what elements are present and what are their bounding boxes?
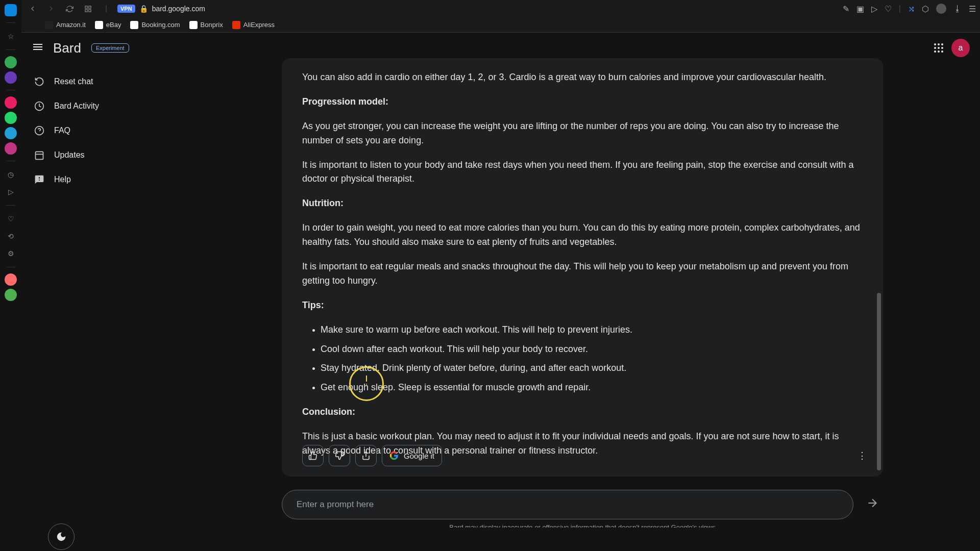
- camera-icon[interactable]: ▣: [856, 4, 864, 14]
- nav-activity[interactable]: Bard Activity: [21, 94, 180, 118]
- edit-icon[interactable]: ✎: [843, 4, 849, 14]
- svg-rect-2: [85, 9, 87, 11]
- reset-icon: [34, 77, 45, 87]
- rail-app-5[interactable]: [5, 112, 17, 124]
- cast-icon[interactable]: ▷: [871, 4, 877, 14]
- nav-label: Reset chat: [54, 77, 93, 86]
- reload-button[interactable]: [62, 2, 77, 16]
- svg-rect-1: [88, 6, 90, 8]
- nav-label: Updates: [54, 151, 85, 160]
- side-nav: Reset chat Bard Activity FAQ Updates Hel…: [21, 63, 180, 198]
- rail-play-icon[interactable]: ▷: [4, 185, 18, 199]
- help-icon: [34, 174, 45, 185]
- rail-app-1[interactable]: [5, 4, 17, 16]
- bookmark-booking[interactable]: Booking.com: [130, 21, 180, 29]
- nav-reset-chat[interactable]: Reset chat: [21, 69, 180, 94]
- tip-item: Get enough sleep. Sleep is essential for…: [321, 381, 863, 395]
- bookmarks-bar: Amazon.it eBay Booking.com Bonprix AliEx…: [21, 17, 980, 33]
- bookmark-bonprix[interactable]: Bonprix: [189, 21, 223, 29]
- browser-side-rail: ☆ ◷ ▷ ♡ ⟲ ⚙: [0, 0, 21, 551]
- avatar[interactable]: a: [951, 39, 970, 57]
- experiment-badge: Experiment: [91, 43, 129, 53]
- message-paragraph: It is important to eat regular meals and…: [302, 260, 863, 288]
- hamburger-menu[interactable]: [32, 41, 44, 55]
- faq-icon: [34, 126, 45, 136]
- heart-icon[interactable]: ♡: [885, 4, 892, 14]
- rail-app-3[interactable]: [5, 71, 17, 84]
- rail-gear-icon[interactable]: ⚙: [4, 246, 18, 261]
- google-apps-icon[interactable]: [934, 43, 943, 53]
- rail-heart-icon[interactable]: ♡: [4, 212, 18, 226]
- tip-item: Cool down after each workout. This will …: [321, 342, 863, 357]
- rail-clock-icon[interactable]: ◷: [4, 167, 18, 182]
- share-button[interactable]: [355, 445, 377, 466]
- forward-button[interactable]: [44, 2, 58, 16]
- back-button[interactable]: [26, 2, 40, 16]
- rail-app-8[interactable]: [5, 273, 17, 286]
- translate-icon[interactable]: ⤭: [908, 4, 915, 14]
- rail-app-7[interactable]: [5, 142, 17, 155]
- app-title: Bard: [53, 40, 81, 56]
- tip-item: Stay hydrated. Drink plenty of water bef…: [321, 361, 863, 375]
- bookmark-ebay[interactable]: eBay: [95, 21, 121, 29]
- bookmark-aliexpress[interactable]: AliExpress: [232, 21, 275, 29]
- nav-label: Bard Activity: [54, 102, 99, 111]
- profile-icon[interactable]: [936, 4, 946, 14]
- message-paragraph: As you get stronger, you can increase th…: [302, 119, 863, 148]
- nav-label: FAQ: [54, 126, 70, 135]
- thumbs-down-button[interactable]: [329, 445, 350, 466]
- nav-updates[interactable]: Updates: [21, 143, 180, 167]
- svg-rect-0: [85, 6, 87, 8]
- rail-app-4[interactable]: [5, 96, 17, 109]
- lock-icon: 🔒: [139, 5, 148, 13]
- cube-icon[interactable]: ⬡: [922, 4, 929, 14]
- message-heading: Nutrition:: [302, 198, 344, 208]
- message-paragraph: In order to gain weight, you need to eat…: [302, 221, 863, 249]
- rail-app-2[interactable]: [5, 56, 17, 68]
- google-it-label: Google it: [404, 452, 434, 460]
- menu-icon[interactable]: ☰: [969, 4, 976, 14]
- message-paragraph: You can also add in cardio on either day…: [302, 70, 863, 85]
- svg-rect-7: [36, 152, 43, 159]
- theme-toggle-button[interactable]: [48, 523, 75, 550]
- tip-item: Make sure to warm up before each workout…: [321, 323, 863, 337]
- message-paragraph: It is important to listen to your body a…: [302, 158, 863, 187]
- svg-rect-3: [88, 9, 90, 11]
- google-logo-icon: [389, 451, 399, 460]
- send-button[interactable]: [862, 496, 883, 513]
- prompt-input[interactable]: [282, 490, 853, 519]
- activity-icon: [34, 101, 45, 111]
- divider: |: [99, 2, 113, 16]
- nav-help[interactable]: Help: [21, 167, 180, 192]
- updates-icon: [34, 150, 45, 160]
- rail-app-6[interactable]: [5, 127, 17, 139]
- bookmark-amazon[interactable]: Amazon.it: [45, 21, 86, 29]
- url-text[interactable]: bard.google.com: [152, 5, 205, 13]
- browser-toolbar: | VPN 🔒 bard.google.com ✎ ▣ ▷ ♡ | ⤭ ⬡ ⭳ …: [21, 0, 980, 17]
- rail-star-icon[interactable]: ☆: [4, 29, 18, 43]
- message-heading: Progression model:: [302, 96, 388, 107]
- vpn-badge: VPN: [117, 5, 135, 13]
- assistant-message: You can also add in cardio on either day…: [282, 58, 883, 477]
- grid-view-button[interactable]: [81, 2, 95, 16]
- footer-disclaimer: Bard may display inaccurate or offensive…: [282, 523, 883, 528]
- nav-label: Help: [54, 175, 71, 184]
- more-options-button[interactable]: ⋮: [857, 450, 867, 461]
- rail-app-9[interactable]: [5, 289, 17, 301]
- message-scrollbar[interactable]: [877, 293, 881, 470]
- nav-faq[interactable]: FAQ: [21, 118, 180, 143]
- message-heading: Conclusion:: [302, 407, 355, 417]
- thumbs-up-button[interactable]: [302, 445, 324, 466]
- rail-history-icon[interactable]: ⟲: [4, 229, 18, 243]
- download-icon[interactable]: ⭳: [953, 4, 962, 13]
- message-heading: Tips:: [302, 300, 324, 310]
- google-it-button[interactable]: Google it: [382, 445, 442, 466]
